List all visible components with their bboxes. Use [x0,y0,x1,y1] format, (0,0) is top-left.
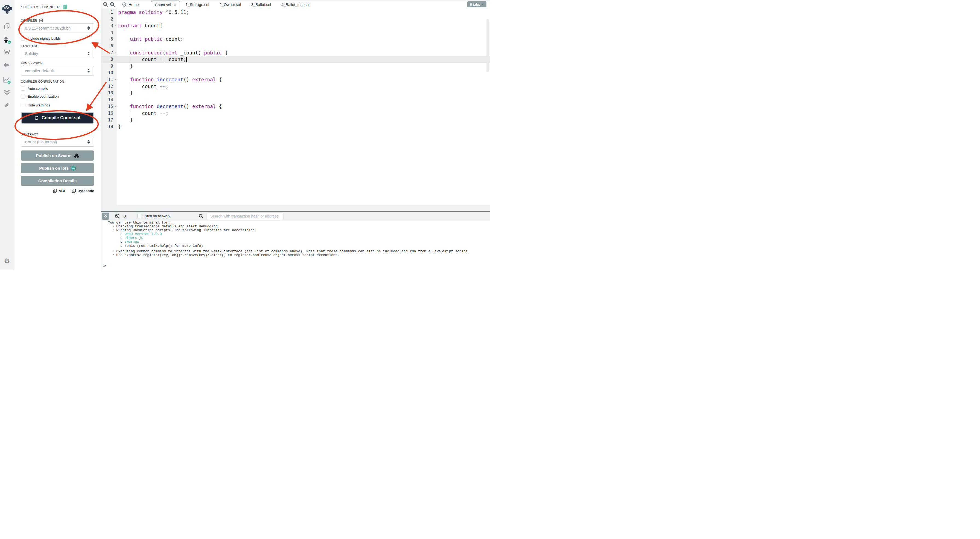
enable-optimization-checkbox[interactable] [21,94,25,99]
panel-title: SOLIDITY COMPILER [21,5,60,9]
fold-caret-icon[interactable]: ▾ [115,49,116,56]
nightly-builds-checkbox[interactable] [21,36,25,40]
tabs-count-badge[interactable]: 6 tabs [467,2,487,7]
publish-swarm-button[interactable]: Publish on Swarm [21,150,94,161]
plugin-manager-icon[interactable] [0,102,14,108]
remix-logo-icon[interactable] [0,4,14,14]
code-line-12: 12 count ++; [101,83,490,90]
terminal-link[interactable]: ethers.js [124,236,143,240]
evm-section-label: EVM VERSION [21,62,94,65]
language-select[interactable]: Solidity [21,49,94,58]
config-section-label: COMPILER CONFIGURATION [21,80,94,83]
terminal-link[interactable]: web3 version 1.0.0 [124,232,162,236]
fold-caret-icon[interactable]: ▾ [115,22,116,29]
compiler-section-label: COMPILER [21,19,94,22]
tab-1-storage-sol[interactable]: 1_Storage.sol [180,0,214,8]
line-number: 7▾ [101,49,117,56]
terminal-line: o swarmgw [108,240,490,244]
tab-label: 1_Storage.sol [185,2,209,7]
hide-warnings-checkbox[interactable] [21,103,25,107]
terminal-text: • Running JavaScript scripts. The follow… [108,228,255,232]
terminal-text: • Use exports/.register(key, obj)/.remov… [108,254,339,257]
code-line-content: function increment() external { [117,77,490,83]
transaction-count: 0 [124,214,126,218]
code-line-5: 5 uint public count; [101,36,490,43]
tab-list: HomeCount.sol✕1_Storage.sol2_Owner.sol3_… [117,0,315,8]
remix-ide-window: ⚙ SOLIDITY COMPILER COMPILER 0.5.11+comm… [0,0,490,270]
add-compiler-icon[interactable] [40,19,43,22]
code-line-content: contract Count{ [117,22,490,29]
deploy-run-icon[interactable] [0,49,14,54]
code-line-13: 13 } [101,90,490,97]
terminal-search-input[interactable] [207,212,283,220]
terminal-output[interactable]: You can use this terminal for: • Checkin… [101,220,490,270]
editor-scrollbar[interactable] [487,19,489,72]
line-number: 14 [101,97,117,104]
code-line-17: 17 } [101,117,490,124]
contract-select[interactable]: Count (Count.sol) [21,137,94,147]
code-line-8: 8 count = _count; [101,56,490,63]
code-line-content [117,70,490,77]
refresh-icon [35,116,39,120]
compilation-details-button[interactable]: Compilation Details [21,175,94,186]
terminal-collapse-button[interactable] [102,212,109,220]
terminal-link[interactable]: swarmgw [124,240,139,244]
close-tab-icon[interactable]: ✕ [173,3,177,7]
double-chevron-down-icon [103,214,108,218]
zoom-in-icon[interactable] [110,2,115,7]
clear-console-icon[interactable] [115,214,119,218]
activity-bar: ⚙ [0,0,14,270]
auto-compile-checkbox[interactable] [21,86,25,91]
code-editor[interactable]: 1pragma solidity ^0.5.11;23▾contract Cou… [101,8,490,205]
terminal-lines: You can use this terminal for: • Checkin… [108,221,490,257]
line-number: 9 [101,63,117,70]
publish-ipfs-button[interactable]: Publish on Ipfs IPFS [21,163,94,173]
terminal-line: • Use exports/.register(key, obj)/.remov… [108,254,490,257]
unit-testing-icon[interactable] [0,89,14,95]
code-line-content: } [117,63,490,70]
code-line-content [117,43,490,49]
code-line-content [117,29,490,36]
fold-caret-icon[interactable]: ▾ [115,77,116,83]
copy-links-row: ABI Bytecode [21,189,94,193]
tab-3-ballot-sol[interactable]: 3_Ballot.sol [246,0,276,8]
line-number: 12 [101,83,117,90]
debugger-icon[interactable] [0,63,14,68]
fold-caret-icon[interactable]: ▾ [115,103,116,110]
copy-bytecode-button[interactable]: Bytecode [72,189,94,193]
code-line-content: count = _count; [117,56,490,63]
terminal-text: • Checking transactions details and star… [108,225,220,228]
tab-home[interactable]: Home [117,0,144,8]
text-cursor [186,57,187,62]
tab-count-sol[interactable]: Count.sol✕ [151,0,180,9]
code-line-content: } [117,117,490,124]
terminal-line: • Executing common command to interact w… [108,250,490,254]
line-number: 15▾ [101,103,117,110]
terminal-line: • Running JavaScript scripts. The follow… [108,228,490,232]
chevron-down-icon [482,3,484,5]
code-line-content: count --; [117,110,490,117]
tab-2-owner-sol[interactable]: 2_Owner.sol [215,0,246,8]
code-line-content: constructor(uint _count) public { [117,49,490,56]
line-number: 5 [101,36,117,43]
analysis-icon[interactable] [0,77,14,84]
terminal-text: • Executing common command to interact w… [108,250,470,254]
file-explorer-icon[interactable] [0,23,14,30]
compiler-version-select[interactable]: 0.5.11+commit.c082d0b4 [21,23,94,33]
zoom-out-icon[interactable] [103,2,108,7]
tab-4-ballot-test-sol[interactable]: 4_Ballot_test.sol [276,0,315,8]
code-line-9: 9 } [101,63,490,70]
tab-label: Count.sol [155,3,171,7]
evm-version-select[interactable]: compiler default [21,66,94,75]
terminal-line: o remix (run remix.help() for more info) [108,244,490,248]
contract-section-label: CONTRACT [21,133,94,136]
listen-network-checkbox[interactable] [137,214,142,218]
solidity-compiler-icon[interactable] [0,36,14,44]
settings-gear-icon[interactable]: ⚙ [0,257,14,264]
copy-abi-button[interactable]: ABI [53,189,65,193]
compile-button[interactable]: Compile Count.sol [21,112,94,124]
code-line-18: 18} [101,123,490,130]
docs-book-icon[interactable] [63,5,67,9]
terminal-prompt: > [103,264,106,268]
code-line-6: 6 [101,43,490,49]
